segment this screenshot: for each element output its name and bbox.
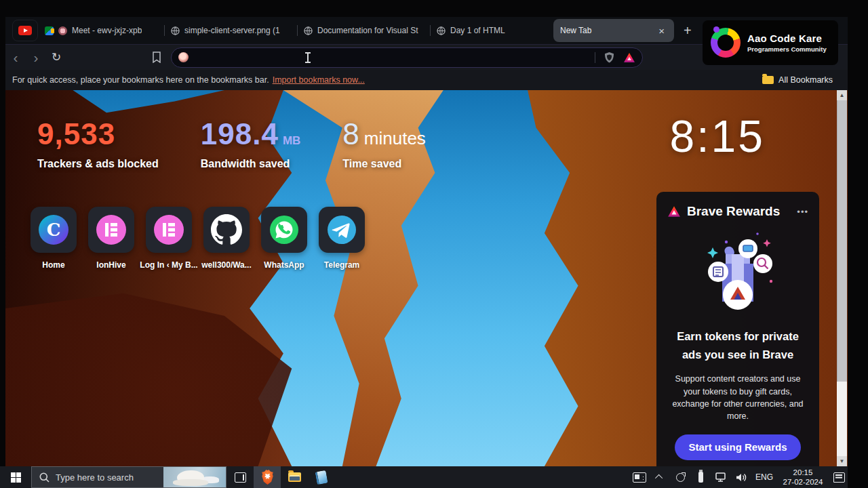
- tab-title: simple-client-server.png (1: [184, 26, 280, 35]
- notes-app-icon: [315, 470, 328, 484]
- search-engine-icon: [178, 52, 189, 62]
- action-center-button[interactable]: [830, 472, 848, 483]
- brave-shields-icon[interactable]: [604, 52, 615, 64]
- screen: Meet - ewv-jxjz-xpb simple-client-server…: [0, 0, 868, 488]
- windows-taskbar: Type here to search ENG 20:15 27-02-2024: [0, 466, 848, 488]
- brave-rewards-triangle-icon: [667, 205, 681, 218]
- scroll-up-icon[interactable]: ▲: [837, 90, 847, 100]
- rewards-headline: Earn tokens for private ads you see in B…: [667, 327, 808, 364]
- new-tab-page: 9,533 Trackers & ads blocked 198.4MB Ban…: [5, 90, 848, 466]
- back-icon[interactable]: ‹: [5, 50, 26, 64]
- tab-title: Documentation for Visual St: [317, 26, 418, 35]
- windows-logo-icon: [11, 472, 21, 483]
- top-sites: C Home IonHive Log In ‹ My B... well300/…: [31, 207, 365, 270]
- shortcut-label: IonHive: [96, 260, 125, 270]
- shortcut-ionhive[interactable]: IonHive: [88, 207, 134, 270]
- stat-bandwidth-saved: 198.4MB Bandwidth saved: [201, 117, 301, 170]
- taskbar-brave-button[interactable]: [254, 466, 281, 488]
- rewards-illustration: [667, 228, 808, 318]
- tab-meet[interactable]: Meet - ewv-jxjz-xpb: [38, 17, 164, 44]
- task-view-icon: [235, 472, 246, 483]
- shield-stats: 9,533 Trackers & ads blocked 198.4MB Ban…: [37, 117, 426, 170]
- search-highlight-image[interactable]: [163, 467, 226, 487]
- aao-code-kare-logo-icon: [711, 28, 741, 58]
- shortcut-github-well300[interactable]: well300/Wa...: [203, 207, 250, 270]
- stat-value: 8: [342, 117, 359, 150]
- shortcut-telegram[interactable]: Telegram: [319, 207, 365, 270]
- more-options-icon[interactable]: •••: [797, 207, 808, 217]
- clock: 8:15: [670, 110, 765, 162]
- scrollbar-thumb[interactable]: [837, 100, 847, 382]
- taskbar-search-box[interactable]: Type here to search: [31, 466, 226, 488]
- shortcut-login-my-b[interactable]: Log In ‹ My B...: [146, 207, 192, 270]
- reload-icon[interactable]: ↻: [46, 52, 66, 63]
- folder-icon: [762, 76, 774, 84]
- import-bookmarks-link[interactable]: Import bookmarks now...: [273, 75, 365, 85]
- notification-icon: [833, 472, 845, 483]
- brave-icon: [261, 470, 274, 485]
- stat-value: 198.4: [201, 117, 279, 150]
- shortcut-label: Log In ‹ My B...: [140, 260, 197, 270]
- tray-time: 20:15: [778, 468, 827, 477]
- forward-icon[interactable]: ›: [26, 50, 46, 64]
- shortcut-home[interactable]: C Home: [31, 207, 77, 270]
- pinned-tab-youtube[interactable]: [12, 20, 38, 41]
- taskbar-clock[interactable]: 20:15 27-02-2024: [778, 468, 827, 487]
- sync-icon: [676, 473, 685, 482]
- shortcut-label: Telegram: [324, 260, 359, 270]
- tab-title: New Tab: [560, 26, 656, 35]
- bookmarks-hint-text: For quick access, place your bookmarks h…: [12, 75, 269, 85]
- sync-tray-button[interactable]: [671, 473, 689, 482]
- stat-time-saved: 8minutes Time saved: [342, 117, 426, 170]
- start-button[interactable]: [0, 466, 31, 488]
- file-explorer-icon: [288, 472, 301, 482]
- language-indicator[interactable]: ENG: [753, 472, 776, 482]
- bookmarks-bar: For quick access, place your bookmarks h…: [5, 70, 848, 90]
- all-bookmarks-button[interactable]: All Bookmarks: [762, 75, 833, 85]
- search-icon: [39, 472, 50, 483]
- whatsapp-icon: [269, 214, 300, 245]
- new-tab-button[interactable]: +: [684, 23, 692, 39]
- tab-title: Meet - ewv-jxjz-xpb: [72, 26, 142, 35]
- channel-logo: Aao Code Kare Programmers Community: [703, 20, 838, 65]
- rewards-title: Brave Rewards: [687, 204, 791, 219]
- rewards-description: Support content creators and use your to…: [667, 373, 808, 422]
- volume-icon: [736, 472, 747, 483]
- tab-simple-client-server[interactable]: simple-client-server.png (1: [164, 17, 297, 44]
- address-bar[interactable]: [171, 47, 643, 68]
- file-explorer-button[interactable]: [281, 466, 308, 488]
- news-widgets-button[interactable]: [631, 472, 648, 483]
- text-cursor-icon: [304, 52, 311, 64]
- telegram-icon: [327, 215, 357, 245]
- canva-c-icon: C: [39, 215, 68, 245]
- tab-day1-html[interactable]: Day 1 of HTML: [430, 17, 547, 44]
- shortcut-label: well300/Wa...: [201, 260, 252, 270]
- scroll-down-icon[interactable]: ▼: [837, 456, 847, 466]
- show-hidden-icons-button[interactable]: [651, 474, 669, 480]
- close-tab-icon[interactable]: ×: [656, 25, 667, 37]
- globe-icon: [171, 26, 180, 35]
- task-view-button[interactable]: [226, 466, 254, 488]
- news-widgets-icon: [633, 472, 646, 483]
- elementor-icon: [96, 215, 126, 245]
- network-tray-button[interactable]: [712, 472, 730, 483]
- volume-tray-button[interactable]: [732, 472, 750, 483]
- bookmark-icon[interactable]: [146, 52, 167, 63]
- letterbox-top: [0, 0, 868, 17]
- brave-browser-window: Meet - ewv-jxjz-xpb simple-client-server…: [5, 17, 848, 466]
- start-using-rewards-button[interactable]: Start using Rewards: [675, 434, 801, 460]
- taskbar-app-button[interactable]: [308, 466, 335, 488]
- tab-new-tab-active[interactable]: New Tab ×: [553, 19, 674, 42]
- usb-tray-button[interactable]: [692, 472, 709, 483]
- stat-label: Bandwidth saved: [201, 158, 301, 170]
- all-bookmarks-label: All Bookmarks: [778, 75, 833, 85]
- letterbox-left: [0, 0, 5, 488]
- letterbox-right: [848, 0, 868, 488]
- youtube-icon: [18, 26, 32, 35]
- shortcut-whatsapp[interactable]: WhatsApp: [261, 207, 307, 270]
- tab-documentation[interactable]: Documentation for Visual St: [297, 17, 430, 44]
- brave-rewards-triangle-icon[interactable]: [623, 52, 635, 63]
- page-scrollbar[interactable]: ▲ ▼: [837, 90, 847, 466]
- stat-unit: minutes: [364, 128, 426, 148]
- tray-date: 27-02-2024: [778, 477, 827, 487]
